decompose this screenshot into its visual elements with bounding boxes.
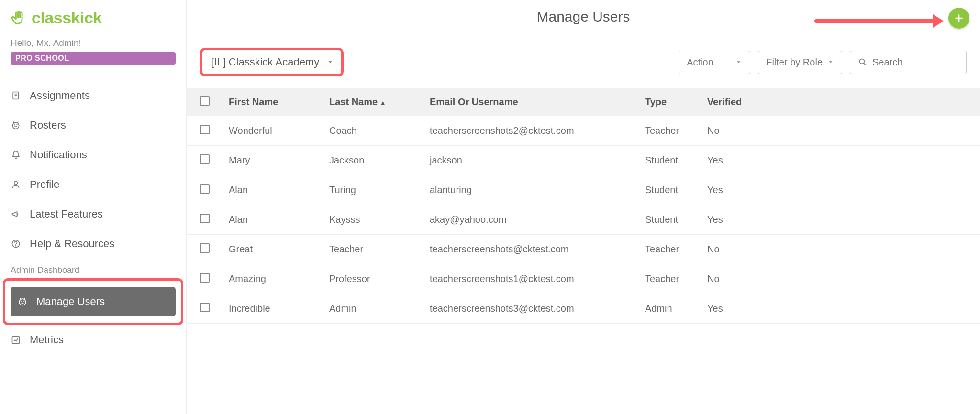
cell-type: Teacher xyxy=(645,244,707,255)
sidebar-item-label: Metrics xyxy=(30,334,64,346)
cell-type: Student xyxy=(645,155,707,166)
school-dropdown[interactable]: [IL] Classkick Academy xyxy=(200,48,344,76)
brand-logo[interactable]: classkick xyxy=(0,5,186,35)
table-row[interactable]: IncredibleAdminteacherscreenshots3@cktes… xyxy=(187,294,980,324)
cell-first-name: Alan xyxy=(229,214,329,225)
search-box[interactable] xyxy=(850,51,967,74)
sidebar-item-assignments[interactable]: Assignments xyxy=(0,81,186,110)
cell-verified: Yes xyxy=(707,303,760,314)
cell-first-name: Incredible xyxy=(229,303,329,314)
cell-verified: No xyxy=(707,125,760,136)
table-row[interactable]: AlanKaysssakay@yahoo.comStudentYes xyxy=(187,205,980,235)
svg-point-9 xyxy=(19,299,25,305)
sidebar-item-rosters[interactable]: Rosters xyxy=(0,110,186,140)
row-checkbox[interactable] xyxy=(200,303,210,312)
cell-verified: Yes xyxy=(707,155,760,166)
sidebar: classkick Hello, Mx. Admin! PRO SCHOOL A… xyxy=(0,0,187,414)
row-checkbox[interactable] xyxy=(200,243,210,253)
main-nav: Assignments Rosters Notifications Profil… xyxy=(0,81,186,259)
cell-last-name: Turing xyxy=(329,185,430,196)
table-header: First Name Last Name▲ Email Or Username … xyxy=(187,88,980,116)
hand-icon xyxy=(11,10,27,26)
megaphone-icon xyxy=(11,209,21,219)
smiley-icon xyxy=(11,120,21,130)
sidebar-item-profile[interactable]: Profile xyxy=(0,170,186,199)
filter-label: Filter by Role xyxy=(766,57,823,68)
cell-first-name: Wonderful xyxy=(229,125,329,136)
cell-first-name: Amazing xyxy=(229,273,329,284)
main-content: Manage Users [IL] Classkick Academy Acti… xyxy=(187,0,980,414)
column-type[interactable]: Type xyxy=(645,97,707,108)
smiley-icon xyxy=(17,297,28,306)
select-all-checkbox[interactable] xyxy=(200,96,210,106)
cell-email: teacherscreenshots1@cktest.com xyxy=(430,273,645,284)
svg-point-6 xyxy=(14,181,18,185)
titlebar: Manage Users xyxy=(187,0,980,33)
cell-email: teacherscreenshots3@cktest.com xyxy=(430,303,645,314)
svg-point-11 xyxy=(23,301,24,302)
sidebar-item-notifications[interactable]: Notifications xyxy=(0,140,186,170)
sidebar-item-latest-features[interactable]: Latest Features xyxy=(0,199,186,229)
sidebar-item-label: Profile xyxy=(30,178,59,191)
table-row[interactable]: WonderfulCoachteacherscreenshots2@cktest… xyxy=(187,116,980,146)
chevron-down-icon xyxy=(327,59,334,65)
cell-email: akay@yahoo.com xyxy=(430,214,645,225)
sidebar-item-help[interactable]: Help & Resources xyxy=(0,229,186,259)
sidebar-item-metrics[interactable]: Metrics xyxy=(0,325,186,355)
table-row[interactable]: AmazingProfessorteacherscreenshots1@ckte… xyxy=(187,264,980,294)
row-checkbox[interactable] xyxy=(200,273,210,283)
sidebar-item-label: Help & Resources xyxy=(30,238,114,250)
cell-email: teacherscreenshots@cktest.com xyxy=(430,244,645,255)
search-input[interactable] xyxy=(872,57,958,68)
page-title: Manage Users xyxy=(536,9,630,25)
add-user-button[interactable] xyxy=(948,8,969,29)
action-dropdown[interactable]: Action xyxy=(679,51,750,74)
sidebar-item-label: Latest Features xyxy=(30,208,103,220)
svg-rect-12 xyxy=(12,337,20,344)
chevron-down-icon xyxy=(827,59,834,65)
cell-email: alanturing xyxy=(430,185,645,196)
filter-role-dropdown[interactable]: Filter by Role xyxy=(758,51,842,74)
table-row[interactable]: AlanTuringalanturingStudentYes xyxy=(187,175,980,205)
cell-last-name: Professor xyxy=(329,273,430,284)
arrow-annotation xyxy=(814,14,944,28)
cell-first-name: Mary xyxy=(229,155,329,166)
pro-badge: PRO SCHOOL xyxy=(11,52,176,65)
bell-icon xyxy=(11,150,21,160)
cell-last-name: Coach xyxy=(329,125,430,136)
svg-point-3 xyxy=(12,122,19,129)
row-checkbox[interactable] xyxy=(200,214,210,223)
table-row[interactable]: MaryJacksonjacksonStudentYes xyxy=(187,146,980,175)
users-table: First Name Last Name▲ Email Or Username … xyxy=(187,88,980,324)
cell-last-name: Jackson xyxy=(329,155,430,166)
person-icon xyxy=(11,180,21,189)
row-checkbox[interactable] xyxy=(200,125,210,134)
row-checkbox[interactable] xyxy=(200,184,210,194)
cell-verified: No xyxy=(707,273,760,284)
cell-first-name: Alan xyxy=(229,185,329,196)
svg-point-8 xyxy=(16,246,16,246)
table-row[interactable]: GreatTeacherteacherscreenshots@cktest.co… xyxy=(187,235,980,264)
greeting-text: Hello, Mx. Admin! xyxy=(0,38,186,48)
search-icon xyxy=(858,57,868,67)
sidebar-item-label: Manage Users xyxy=(36,295,105,308)
sort-asc-icon: ▲ xyxy=(379,99,386,107)
cell-verified: No xyxy=(707,244,760,255)
row-checkbox[interactable] xyxy=(200,154,210,164)
help-icon xyxy=(11,239,21,249)
column-first-name[interactable]: First Name xyxy=(229,97,329,108)
cell-type: Student xyxy=(645,185,707,196)
cell-type: Teacher xyxy=(645,125,707,136)
column-verified[interactable]: Verified xyxy=(707,97,760,108)
column-email[interactable]: Email Or Username xyxy=(430,97,645,108)
cell-type: Student xyxy=(645,214,707,225)
sidebar-item-label: Rosters xyxy=(30,119,66,131)
cell-last-name: Teacher xyxy=(329,244,430,255)
cell-email: teacherscreenshots2@cktest.com xyxy=(430,125,645,136)
column-last-name[interactable]: Last Name▲ xyxy=(329,97,430,108)
sidebar-item-label: Notifications xyxy=(30,149,87,161)
cell-last-name: Admin xyxy=(329,303,430,314)
sidebar-item-manage-users[interactable]: Manage Users xyxy=(0,278,186,325)
document-icon xyxy=(11,91,21,100)
svg-point-15 xyxy=(859,59,864,64)
